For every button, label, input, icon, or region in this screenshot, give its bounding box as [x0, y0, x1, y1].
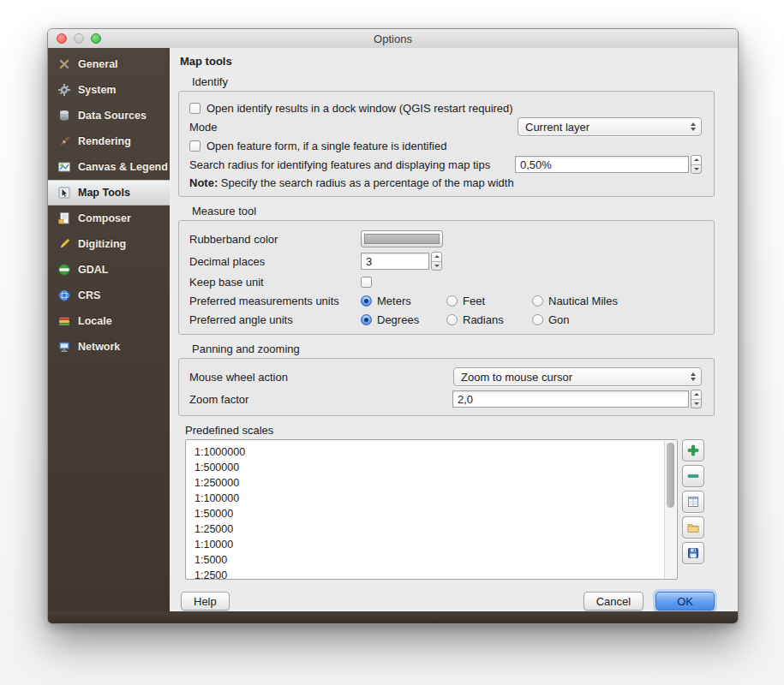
canvas-icon [57, 160, 71, 174]
window-bottom-edge [48, 611, 738, 623]
search-radius-note: Note: Specify the search radius as a per… [189, 174, 702, 191]
panning-group-title: Panning and zooming [192, 342, 715, 355]
radio-label: Feet [463, 295, 485, 307]
stepper-down-icon[interactable] [432, 262, 441, 271]
sidebar-item-locale[interactable]: Locale [48, 308, 170, 334]
help-button[interactable]: Help [181, 592, 230, 611]
database-icon [57, 109, 71, 122]
sidebar-item-network[interactable]: Network [48, 334, 170, 360]
folder-icon [686, 521, 700, 534]
default-scales-button[interactable] [682, 491, 704, 513]
sidebar-item-digitizing[interactable]: Digitizing [48, 231, 170, 257]
radio-radians[interactable]: Radians [446, 313, 532, 326]
footer: Help Cancel OK [181, 592, 715, 611]
scale-item[interactable]: 1:2500 [195, 568, 677, 580]
search-radius-stepper [691, 155, 702, 174]
rubberband-row: Rubberband color [189, 228, 702, 250]
sidebar-item-composer[interactable]: Composer [48, 206, 170, 231]
radio-gon[interactable]: Gon [532, 313, 570, 326]
feature-form-checkbox[interactable] [189, 140, 200, 152]
sidebar-item-system[interactable]: System [48, 77, 170, 103]
keep-base-unit-checkbox[interactable] [361, 277, 372, 288]
scale-item[interactable]: 1:50000 [195, 506, 677, 521]
stepper-up-icon[interactable] [691, 156, 701, 165]
scale-item[interactable]: 1:100000 [195, 491, 677, 506]
scales-section: 1:1000000 1:500000 1:250000 1:100000 1:5… [185, 439, 715, 580]
dock-window-checkbox[interactable] [189, 103, 200, 114]
mouse-wheel-select[interactable]: Zoom to mouse cursor [453, 367, 702, 386]
zoom-factor-input[interactable] [452, 390, 689, 408]
scrollbar-thumb[interactable] [667, 443, 674, 508]
rubberband-color-button[interactable] [361, 230, 443, 247]
chevron-updown-icon [691, 372, 696, 381]
stepper-down-icon[interactable] [691, 400, 701, 408]
titlebar[interactable]: Options [48, 29, 738, 49]
composer-icon [57, 211, 71, 225]
sidebar-item-data-sources[interactable]: Data Sources [48, 103, 170, 128]
sidebar: General System Data Sources Rendering Ca… [48, 48, 170, 623]
sidebar-item-label: Map Tools [78, 187, 130, 199]
main-panel: Map tools Identify Open identify results… [170, 48, 738, 611]
dock-window-row: Open identify results in a dock window (… [189, 98, 702, 117]
radio-label: Radians [463, 313, 504, 326]
cancel-button[interactable]: Cancel [584, 592, 643, 611]
decimal-places-label: Decimal places [189, 255, 361, 268]
sidebar-item-gdal[interactable]: GDAL [48, 257, 170, 283]
page-title: Map tools [180, 55, 715, 68]
save-icon [686, 546, 700, 560]
radio-degrees[interactable]: Degrees [361, 313, 446, 326]
search-radius-label: Search radius for identifying features a… [189, 158, 515, 171]
identify-group-title: Identify [192, 75, 715, 88]
mode-select[interactable]: Current layer [518, 117, 702, 136]
radio-icon [532, 314, 543, 325]
minus-icon [686, 469, 700, 483]
keep-base-unit-row: Keep base unit [189, 272, 702, 291]
ok-button[interactable]: OK [655, 592, 715, 611]
search-radius-input[interactable] [515, 156, 689, 173]
search-radius-row: Search radius for identifying features a… [189, 155, 702, 174]
sidebar-item-rendering[interactable]: Rendering [48, 128, 170, 154]
scale-item[interactable]: 1:10000 [195, 537, 677, 552]
sidebar-item-map-tools[interactable]: Map Tools [48, 180, 170, 206]
mouse-wheel-value: Zoom to mouse cursor [461, 371, 685, 384]
window-title: Options [48, 33, 738, 45]
scale-item[interactable]: 1:25000 [195, 521, 677, 537]
mouse-wheel-label: Mouse wheel action [189, 371, 453, 384]
radio-meters[interactable]: Meters [361, 295, 446, 307]
radio-label: Nautical Miles [548, 295, 618, 307]
scale-item[interactable]: 1:500000 [195, 460, 677, 475]
radio-nautical-miles[interactable]: Nautical Miles [532, 295, 618, 307]
measurement-units-label: Preferred measurements units [189, 295, 361, 307]
import-scales-button[interactable] [682, 516, 704, 539]
sidebar-item-canvas-legend[interactable]: Canvas & Legend [48, 154, 170, 180]
sidebar-item-general[interactable]: General [48, 51, 170, 77]
stepper-down-icon[interactable] [691, 165, 701, 174]
sidebar-item-label: Composer [78, 212, 131, 224]
stepper-up-icon[interactable] [432, 253, 441, 262]
mode-label: Mode [189, 121, 518, 134]
decimal-places-input[interactable] [361, 253, 429, 270]
mode-value: Current layer [525, 121, 685, 134]
network-icon [57, 340, 71, 354]
angle-units-label: Preferred angle units [189, 313, 361, 326]
sidebar-item-crs[interactable]: CRS [48, 283, 170, 308]
save-scales-button[interactable] [682, 542, 704, 564]
sidebar-item-label: Rendering [78, 135, 131, 147]
scales-scrollbar[interactable] [664, 441, 676, 578]
zoom-factor-row: Zoom factor [189, 388, 702, 410]
scale-item[interactable]: 1:250000 [195, 475, 677, 491]
radio-feet[interactable]: Feet [446, 295, 532, 307]
sidebar-item-label: GDAL [78, 264, 108, 276]
remove-scale-button[interactable] [682, 465, 704, 487]
color-swatch [364, 234, 440, 244]
map-tools-icon [57, 186, 71, 200]
identify-group: Open identify results in a dock window (… [178, 91, 715, 197]
scale-item[interactable]: 1:1000000 [195, 444, 677, 460]
zoom-factor-label: Zoom factor [189, 393, 452, 406]
stepper-up-icon[interactable] [691, 390, 701, 400]
sidebar-item-label: General [78, 58, 118, 70]
sidebar-item-label: Digitizing [78, 238, 126, 250]
scales-list[interactable]: 1:1000000 1:500000 1:250000 1:100000 1:5… [185, 439, 678, 580]
add-scale-button[interactable] [682, 439, 704, 462]
scale-item[interactable]: 1:5000 [195, 552, 677, 568]
